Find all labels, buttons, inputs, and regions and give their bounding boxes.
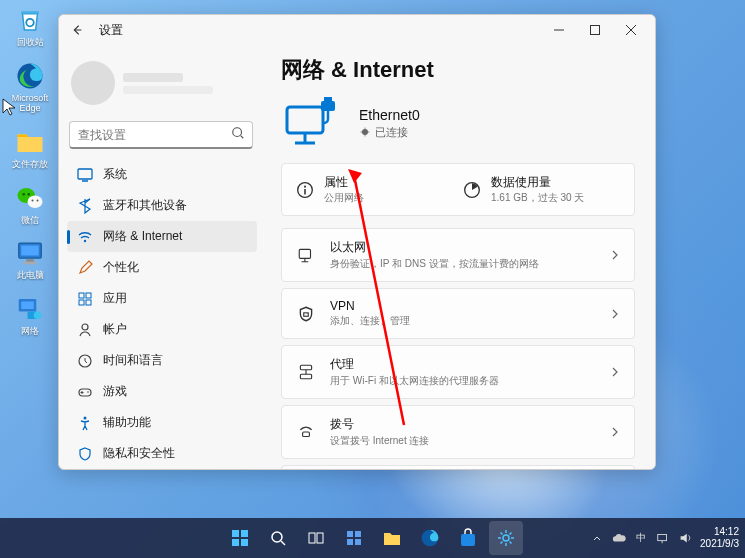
desktop-icon-label: Microsoft Edge — [6, 94, 54, 114]
svg-point-28 — [84, 416, 87, 419]
svg-rect-52 — [347, 531, 353, 537]
svg-rect-51 — [317, 533, 323, 543]
svg-rect-48 — [241, 539, 248, 546]
sidebar-item-network[interactable]: 网络 & Internet — [67, 221, 257, 252]
card-advanced[interactable]: 高级网络设置查看所有网络适配器，网络重置 — [281, 465, 635, 469]
sidebar-nav: 系统 蓝牙和其他设备 网络 & Internet 个性化 应用 帐户 时间和语言… — [67, 159, 257, 463]
tray-ime-icon[interactable]: 中 — [634, 531, 648, 545]
card-vpn[interactable]: VPN添加、连接、管理 — [281, 288, 635, 339]
taskbar-explorer[interactable] — [375, 521, 409, 555]
back-button[interactable] — [65, 18, 89, 42]
desktop-icon-this-pc[interactable]: 此电脑 — [6, 237, 54, 281]
settings-window: 设置 系统 蓝牙和其他设备 网络 & Internet 个性化 应用 帐户 时间… — [58, 14, 656, 470]
taskbar-edge[interactable] — [413, 521, 447, 555]
taskbar-settings[interactable] — [489, 521, 523, 555]
brush-icon — [77, 260, 93, 276]
svg-point-5 — [28, 193, 31, 196]
data-usage-button[interactable]: 数据使用量1.61 GB，过去 30 天 — [463, 174, 620, 205]
desktop-icon-label: 此电脑 — [17, 271, 44, 281]
svg-rect-20 — [79, 293, 84, 298]
tray-volume-icon[interactable] — [678, 531, 692, 545]
svg-rect-23 — [86, 300, 91, 305]
svg-rect-38 — [300, 365, 311, 370]
proxy-icon — [296, 362, 316, 382]
sidebar-item-accounts[interactable]: 帐户 — [67, 314, 257, 345]
desktop-icon-folder[interactable]: 文件存放 — [6, 126, 54, 170]
desktop-icon-recycle-bin[interactable]: 回收站 — [6, 4, 54, 48]
svg-rect-30 — [321, 101, 335, 111]
widgets-button[interactable] — [337, 521, 371, 555]
taskbar-time: 14:12 — [700, 526, 739, 538]
search-icon — [231, 126, 245, 144]
tray-onedrive-icon[interactable] — [612, 531, 626, 545]
card-title: 拨号 — [330, 416, 610, 433]
sidebar-item-gaming[interactable]: 游戏 — [67, 376, 257, 407]
sidebar-item-label: 蓝牙和其他设备 — [103, 197, 187, 214]
system-icon — [77, 167, 93, 183]
svg-rect-37 — [304, 312, 309, 315]
svg-point-4 — [23, 193, 26, 196]
card-proxy[interactable]: 代理用于 Wi-Fi 和以太网连接的代理服务器 — [281, 345, 635, 399]
svg-point-32 — [362, 129, 368, 135]
card-ethernet[interactable]: 以太网身份验证，IP 和 DNS 设置，按流量计费的网络 — [281, 228, 635, 282]
sidebar-item-label: 应用 — [103, 290, 127, 307]
sidebar-item-apps[interactable]: 应用 — [67, 283, 257, 314]
taskbar-clock[interactable]: 14:12 2021/9/3 — [700, 526, 739, 550]
svg-point-27 — [87, 391, 89, 393]
card-title: 以太网 — [330, 239, 610, 256]
sidebar-item-accessibility[interactable]: 辅助功能 — [67, 407, 257, 438]
chevron-right-icon — [610, 246, 620, 264]
taskbar-date: 2021/9/3 — [700, 538, 739, 550]
svg-rect-29 — [287, 107, 323, 133]
svg-rect-54 — [347, 539, 353, 545]
account-button[interactable] — [67, 51, 257, 115]
properties-title: 属性 — [324, 174, 364, 191]
desktop-icon-wechat[interactable]: 微信 — [6, 182, 54, 226]
tray-chevron-icon[interactable] — [590, 531, 604, 545]
properties-button[interactable]: 属性公用网络 — [296, 174, 453, 205]
sidebar-item-label: 个性化 — [103, 259, 139, 276]
minimize-button[interactable] — [541, 16, 577, 44]
task-view-button[interactable] — [299, 521, 333, 555]
start-button[interactable] — [223, 521, 257, 555]
info-icon — [296, 181, 314, 199]
tray-network-icon[interactable] — [656, 531, 670, 545]
sidebar-item-system[interactable]: 系统 — [67, 159, 257, 190]
ethernet-hero-icon — [281, 97, 341, 149]
info-row: 属性公用网络 数据使用量1.61 GB，过去 30 天 — [281, 163, 635, 216]
card-dialup[interactable]: 拨号设置拨号 Internet 连接 — [281, 405, 635, 459]
ethernet-icon — [296, 245, 316, 265]
desktop-icon-label: 回收站 — [17, 38, 44, 48]
main-content: 网络 & Internet Ethernet0 已连接 属性公用网络 — [263, 45, 655, 469]
svg-rect-21 — [86, 293, 91, 298]
card-sub: 设置拨号 Internet 连接 — [330, 434, 610, 448]
sidebar: 系统 蓝牙和其他设备 网络 & Internet 个性化 应用 帐户 时间和语言… — [59, 45, 263, 469]
sidebar-item-label: 系统 — [103, 166, 127, 183]
sidebar-item-bluetooth[interactable]: 蓝牙和其他设备 — [67, 190, 257, 221]
svg-rect-39 — [300, 374, 311, 379]
maximize-button[interactable] — [577, 16, 613, 44]
svg-rect-40 — [303, 432, 310, 437]
avatar — [71, 61, 115, 105]
svg-rect-59 — [658, 535, 667, 541]
desktop-icon-network[interactable]: 网络 — [6, 293, 54, 337]
network-icon — [14, 293, 46, 325]
wifi-icon — [77, 229, 93, 245]
search-button[interactable] — [261, 521, 295, 555]
sidebar-item-time-language[interactable]: 时间和语言 — [67, 345, 257, 376]
svg-rect-36 — [299, 249, 310, 258]
svg-rect-57 — [461, 534, 475, 546]
svg-point-34 — [304, 185, 306, 187]
desktop-icon-edge[interactable]: Microsoft Edge — [6, 60, 54, 114]
lock-icon — [296, 304, 316, 324]
search-input[interactable] — [69, 121, 253, 149]
sidebar-item-privacy[interactable]: 隐私和安全性 — [67, 438, 257, 463]
svg-rect-46 — [241, 530, 248, 537]
sidebar-item-personalization[interactable]: 个性化 — [67, 252, 257, 283]
svg-rect-10 — [26, 260, 34, 263]
card-sub: 用于 Wi-Fi 和以太网连接的代理服务器 — [330, 374, 610, 388]
close-button[interactable] — [613, 16, 649, 44]
taskbar-store[interactable] — [451, 521, 485, 555]
titlebar: 设置 — [59, 15, 655, 45]
data-usage-sub: 1.61 GB，过去 30 天 — [491, 191, 584, 205]
